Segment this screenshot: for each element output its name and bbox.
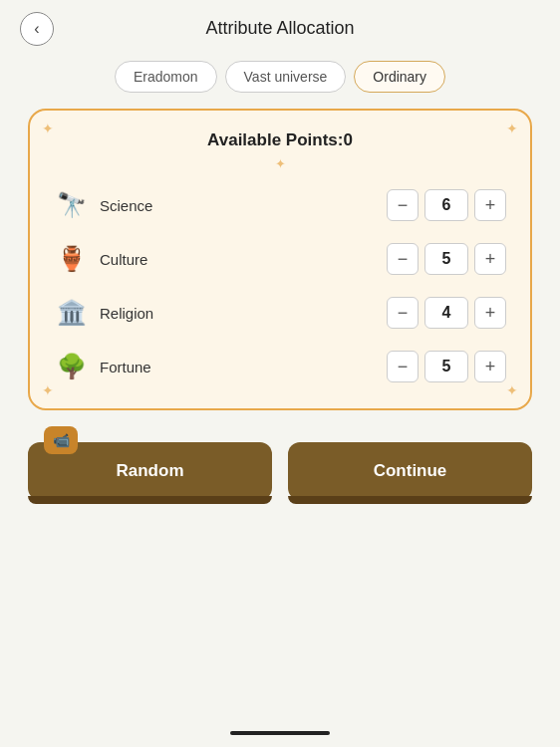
- science-value: 6: [424, 189, 468, 221]
- available-points: Available Points:0: [54, 130, 506, 150]
- science-plus-button[interactable]: +: [474, 189, 506, 221]
- tab-eradomon[interactable]: Eradomon: [115, 61, 217, 93]
- culture-minus-button[interactable]: −: [387, 243, 419, 275]
- center-star-icon: ✦: [54, 156, 506, 171]
- attribute-row-fortune: 🌳 Fortune − 5 +: [54, 349, 506, 384]
- culture-plus-button[interactable]: +: [474, 243, 506, 275]
- corner-star-tl: ✦: [42, 121, 54, 136]
- random-label: Random: [117, 461, 184, 480]
- attribute-row-culture: 🏺 Culture − 5 +: [54, 241, 506, 277]
- home-indicator: [230, 731, 330, 735]
- random-button[interactable]: 📹 Random: [28, 442, 272, 500]
- corner-star-tr: ✦: [506, 121, 518, 136]
- fortune-plus-button[interactable]: +: [474, 351, 506, 382]
- science-minus-button[interactable]: −: [387, 189, 419, 221]
- culture-stepper: − 5 +: [387, 243, 506, 275]
- fortune-minus-button[interactable]: −: [387, 351, 419, 382]
- fortune-value: 5: [424, 351, 468, 382]
- religion-icon: 🏛️: [54, 295, 90, 331]
- attribute-row-science: 🔭 Science − 6 +: [54, 187, 506, 223]
- tab-ordinary[interactable]: Ordinary: [354, 61, 445, 93]
- religion-minus-button[interactable]: −: [387, 297, 419, 329]
- tab-vast-universe[interactable]: Vast universe: [225, 61, 347, 93]
- culture-icon: 🏺: [54, 241, 90, 277]
- religion-label: Religion: [100, 305, 167, 322]
- culture-value: 5: [424, 243, 468, 275]
- bottom-buttons: 📹 Random Continue: [28, 442, 532, 500]
- culture-label: Culture: [100, 251, 167, 268]
- tab-bar: Eradomon Vast universe Ordinary: [20, 61, 540, 93]
- back-button[interactable]: ‹: [20, 12, 54, 46]
- science-stepper: − 6 +: [387, 189, 506, 221]
- continue-button[interactable]: Continue: [288, 442, 532, 500]
- attribute-card: ✦ ✦ ✦ ✦ Available Points:0 ✦ 🔭 Science −…: [28, 109, 532, 410]
- page-title: Attribute Allocation: [205, 18, 354, 39]
- random-icon: 📹: [44, 426, 78, 454]
- fortune-label: Fortune: [100, 359, 167, 375]
- fortune-icon: 🌳: [54, 349, 90, 384]
- attribute-row-religion: 🏛️ Religion − 4 +: [54, 295, 506, 331]
- religion-plus-button[interactable]: +: [474, 297, 506, 329]
- header: ‹ Attribute Allocation: [0, 0, 560, 49]
- religion-stepper: − 4 +: [387, 297, 506, 329]
- religion-value: 4: [424, 297, 468, 329]
- corner-star-br: ✦: [506, 382, 518, 398]
- science-label: Science: [100, 197, 167, 214]
- fortune-stepper: − 5 +: [387, 351, 506, 382]
- continue-label: Continue: [374, 461, 447, 480]
- science-icon: 🔭: [54, 187, 90, 223]
- corner-star-bl: ✦: [42, 382, 54, 398]
